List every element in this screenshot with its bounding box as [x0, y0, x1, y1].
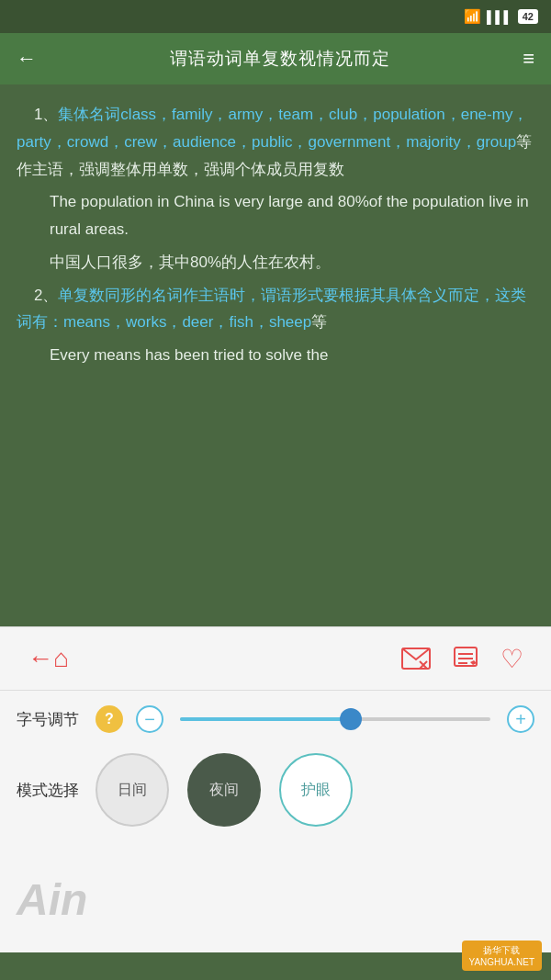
- settings-panel: 字号调节 ? − + 模式选择 日间 夜间 护眼: [0, 691, 551, 865]
- signal-icon: ▌▌▌: [487, 10, 512, 24]
- font-size-slider[interactable]: [180, 717, 490, 721]
- eye-mode-button[interactable]: 护眼: [279, 753, 353, 827]
- example2-english: Every means has been tried to solve the: [50, 342, 534, 369]
- battery-indicator: 42: [518, 9, 538, 24]
- back-button[interactable]: ←: [17, 47, 37, 71]
- mode-label: 模式选择: [17, 780, 83, 801]
- page-title: 谓语动词单复数视情况而定: [170, 47, 390, 71]
- slider-thumb: [340, 708, 362, 730]
- section1-text: 1、集体名词class，family，army，team，club，popula…: [17, 101, 534, 183]
- bottom-area: Ain: [0, 865, 551, 952]
- mode-row: 模式选择 日间 夜间 护眼: [17, 753, 534, 827]
- font-size-label: 字号调节: [17, 709, 83, 730]
- day-mode-button[interactable]: 日间: [96, 753, 169, 827]
- toolbar: ← ⌂ ♡: [0, 626, 551, 691]
- mode-buttons: 日间 夜间 护眼: [96, 753, 353, 827]
- status-icons: 📶 ▌▌▌ 42: [464, 8, 538, 25]
- section1-content: 1、集体名词class，family，army，team，club，popula…: [17, 106, 532, 178]
- header: ← 谓语动词单复数视情况而定 ≡: [0, 33, 551, 84]
- font-size-decrease-button[interactable]: −: [136, 705, 163, 733]
- watermark-badge: 扬华下载 YANGHUA.NET: [462, 941, 543, 971]
- watermark-line1: 扬华下载: [469, 944, 535, 957]
- toolbar-back-button[interactable]: ←: [28, 644, 53, 673]
- watermark-text-ain: Ain: [17, 875, 87, 924]
- font-size-increase-button[interactable]: +: [507, 705, 534, 733]
- status-bar: 📶 ▌▌▌ 42: [0, 0, 551, 33]
- wifi-icon: 📶: [464, 8, 481, 25]
- font-size-row: 字号调节 ? − +: [17, 705, 534, 733]
- section2-text: 2、单复数同形的名词作主语时，谓语形式要根据其具体含义而定，这类词有：means…: [17, 282, 534, 337]
- toolbar-mail-button[interactable]: [401, 648, 431, 670]
- toolbar-home-button[interactable]: ⌂: [53, 644, 69, 673]
- content-area: 1、集体名词class，family，army，team，club，popula…: [0, 84, 551, 626]
- toolbar-favorite-button[interactable]: ♡: [500, 644, 523, 674]
- font-size-help-icon[interactable]: ?: [96, 705, 123, 733]
- watermark-line2: YANGHUA.NET: [469, 957, 535, 967]
- menu-button[interactable]: ≡: [523, 47, 534, 71]
- content-fade: [0, 571, 551, 626]
- example1-chinese: 中国人口很多，其中80%的人住在农村。: [50, 249, 534, 276]
- example1-english: The population in China is very large an…: [50, 188, 534, 243]
- toolbar-edit-button[interactable]: [453, 646, 478, 671]
- slider-fill: [180, 717, 351, 721]
- night-mode-button[interactable]: 夜间: [187, 753, 261, 827]
